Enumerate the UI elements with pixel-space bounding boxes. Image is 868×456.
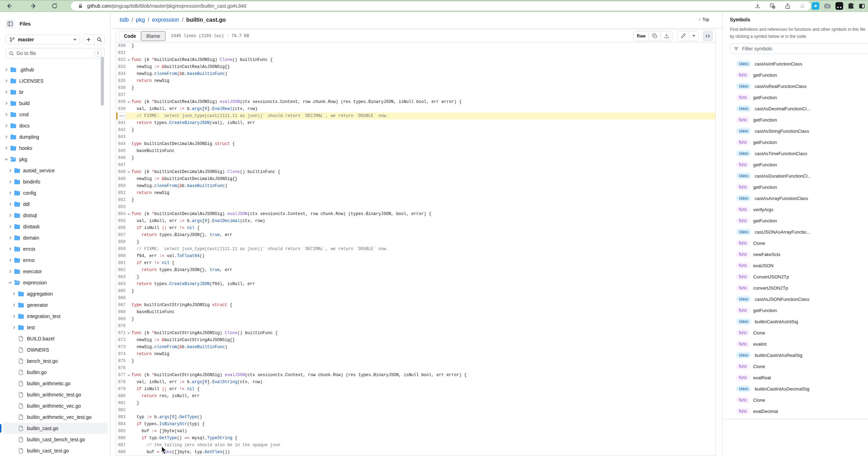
fold-chevron-icon[interactable] <box>126 288 132 295</box>
line-number[interactable]: 859 <box>116 246 126 253</box>
tree-item[interactable]: expression <box>3 277 107 288</box>
tree-item[interactable]: LICENSES <box>3 75 107 87</box>
tree-item[interactable]: hooks <box>3 143 107 154</box>
fold-chevron-icon[interactable] <box>126 210 132 217</box>
symbol-item[interactable]: func Clone <box>722 237 868 249</box>
fold-chevron-icon[interactable] <box>126 77 132 84</box>
symbol-item[interactable]: func ConvertJSON2Tp <box>722 271 868 282</box>
symbol-item[interactable]: func getFunction <box>722 305 868 316</box>
line-number[interactable]: 843 <box>116 133 126 140</box>
tree-item[interactable]: autoid_service <box>3 165 107 176</box>
tree-item[interactable]: builtin_arithmetic_vec_test.go <box>3 412 107 423</box>
collapse-file-tree-button[interactable] <box>6 19 15 28</box>
line-number[interactable]: 838 <box>116 98 126 105</box>
line-number[interactable]: 881 <box>116 400 126 407</box>
fold-chevron-icon[interactable] <box>126 182 132 189</box>
tree-item[interactable]: aggregation <box>3 288 107 299</box>
tree-item[interactable]: generator <box>3 299 107 311</box>
breadcrumb-segment[interactable]: expression <box>152 17 179 23</box>
tree-item[interactable]: builtin_cast.go <box>3 423 107 434</box>
line-number[interactable]: 864 <box>116 281 126 288</box>
fold-chevron-icon[interactable] <box>126 253 132 260</box>
fold-chevron-icon[interactable] <box>126 281 132 288</box>
symbol-item[interactable]: func getFunction <box>722 181 868 193</box>
symbol-item[interactable]: func Clone <box>722 327 868 338</box>
line-number[interactable]: 857 <box>116 232 126 239</box>
line-number[interactable]: 886 <box>116 435 126 442</box>
tree-item[interactable]: executor <box>3 266 107 277</box>
reload-icon[interactable] <box>51 2 58 9</box>
fold-chevron-icon[interactable] <box>126 295 132 302</box>
fold-chevron-icon[interactable] <box>126 56 132 63</box>
fold-chevron-icon[interactable] <box>126 337 132 344</box>
symbol-item[interactable]: func Clone <box>722 361 868 372</box>
line-number[interactable]: 870 <box>116 323 126 330</box>
line-number[interactable]: 869 <box>116 316 126 323</box>
line-number[interactable]: 868 <box>116 309 126 316</box>
tree-item[interactable]: builtin_cast_bench_test.go <box>3 434 107 445</box>
line-number[interactable]: 861 <box>116 260 126 267</box>
tree-item[interactable]: cmd <box>3 109 107 120</box>
fold-chevron-icon[interactable] <box>126 175 132 182</box>
tree-scrollbar-thumb[interactable] <box>101 57 104 106</box>
symbol-item[interactable]: func getFunction <box>722 137 868 148</box>
line-number[interactable]: 856 <box>116 224 126 232</box>
fold-chevron-icon[interactable] <box>126 379 132 386</box>
fold-chevron-icon[interactable] <box>126 217 132 224</box>
fold-chevron-icon[interactable] <box>126 316 132 323</box>
tree-item[interactable]: br <box>3 87 107 98</box>
fold-chevron-icon[interactable] <box>126 140 132 147</box>
extension-icon-blue[interactable] <box>812 2 819 10</box>
fold-chevron-icon[interactable] <box>126 232 132 239</box>
translate-icon[interactable]: Aa <box>770 3 776 9</box>
fold-chevron-icon[interactable] <box>126 42 132 49</box>
tree-item[interactable]: docs <box>3 120 107 131</box>
symbol-item[interactable]: class castAsIntFunctionClass <box>722 58 868 69</box>
line-number[interactable]: 848 <box>116 168 126 175</box>
line-number[interactable]: 876 <box>116 365 126 372</box>
fold-chevron-icon[interactable] <box>126 189 132 196</box>
line-number[interactable]: 855 <box>116 217 126 224</box>
fold-chevron-icon[interactable] <box>126 274 132 281</box>
fold-chevron-icon[interactable] <box>126 70 132 77</box>
line-number[interactable]: 849 <box>116 175 126 182</box>
symbol-item[interactable]: class castAsArrayFunctionClass <box>722 193 868 204</box>
line-number[interactable]: 866 <box>116 295 126 302</box>
tree-item[interactable]: builtin_arithmetic_vec.go <box>3 400 107 412</box>
fold-chevron-icon[interactable] <box>126 407 132 414</box>
fold-chevron-icon[interactable] <box>126 224 132 232</box>
tree-item[interactable]: .github <box>3 64 107 75</box>
tree-item[interactable]: domain <box>3 232 107 243</box>
fold-chevron-icon[interactable] <box>126 196 132 203</box>
line-number[interactable]: 834 <box>116 70 126 77</box>
line-number[interactable]: 875 <box>116 358 126 365</box>
line-number[interactable]: 851 <box>116 189 126 196</box>
line-number[interactable]: 883 <box>116 414 126 421</box>
fold-chevron-icon[interactable] <box>126 365 132 372</box>
tab-blame[interactable]: Blame <box>141 31 165 41</box>
symbol-item[interactable]: func evalReal <box>722 372 868 383</box>
fold-chevron-icon[interactable] <box>126 421 132 428</box>
back-icon[interactable] <box>6 2 13 9</box>
line-number[interactable]: 837 <box>116 91 126 98</box>
fold-chevron-icon[interactable] <box>126 168 132 175</box>
back-to-top-link[interactable]: ↑ Top <box>699 17 709 22</box>
fold-chevron-icon[interactable] <box>126 344 132 351</box>
symbol-item[interactable]: func getFunction <box>722 69 868 81</box>
tree-item[interactable]: builtin_arithmetic.go <box>3 378 107 389</box>
symbol-item[interactable]: class castJSONAsArrayFunctio... <box>722 226 868 237</box>
line-number[interactable]: 877 <box>116 372 126 379</box>
line-number[interactable]: 836 <box>116 84 126 91</box>
symbol-item[interactable]: func evalDecimal <box>722 406 868 417</box>
symbol-item[interactable]: func evalJSON <box>722 260 868 271</box>
fold-chevron-icon[interactable] <box>126 154 132 161</box>
tree-item[interactable]: integration_test <box>3 311 107 322</box>
fold-chevron-icon[interactable] <box>126 435 132 442</box>
fold-chevron-icon[interactable] <box>126 133 132 140</box>
symbol-item[interactable]: func getFunction <box>722 159 868 170</box>
line-number[interactable]: 847 <box>116 161 126 168</box>
line-number[interactable]: 832 <box>116 56 126 63</box>
tree-item[interactable]: disttask <box>3 221 107 232</box>
fold-chevron-icon[interactable] <box>126 98 132 105</box>
line-number[interactable]: 833 <box>116 63 126 70</box>
